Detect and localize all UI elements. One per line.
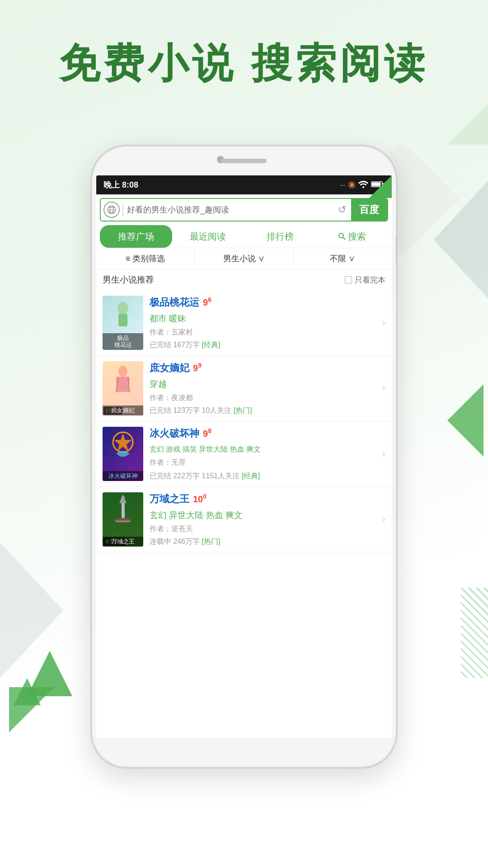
signal-icon: ··· — [340, 181, 345, 189]
page-title: 免费小说 搜索阅读 — [0, 36, 488, 91]
status-time: 晚上 8:08 — [103, 179, 138, 190]
book-genre-3: 玄幻 游戏 搞笑 异世大陆 热血 爽文 — [150, 445, 385, 454]
book-genre-2: 穿越 — [150, 378, 385, 390]
book-item-1[interactable]: 极品桃花运 极品桃花运 96 都市 暖昧 作者：五家村 — [96, 290, 392, 356]
section-title: 男生小说推荐 — [103, 274, 154, 286]
book-info-2: 庶女嫡妃 99 穿越 作者：夜凌都 已完结 123万字 10人关注 [热门] — [150, 361, 385, 415]
book-cover-3: 冰火破坏神 — [103, 427, 143, 481]
filter-limit[interactable]: 不限 ∨ — [294, 248, 392, 269]
filter-bar: ≡ 类别筛选 男生小说 ∨ 不限 ∨ — [96, 248, 392, 269]
book-title-4: 万域之王 — [150, 492, 189, 506]
book-genre-1: 都市 暖昧 — [150, 313, 385, 325]
tab-ranking-label: 排行榜 — [267, 231, 294, 243]
book-meta-2: 作者：夜凌都 — [150, 393, 385, 403]
book-cover-text-3: 冰火破坏神 — [103, 471, 143, 481]
book-rating-4: 100 — [193, 493, 206, 505]
book-stats-1: 已完结 167万字 [经典] — [150, 340, 385, 350]
only-complete-checkbox[interactable] — [345, 276, 352, 283]
search-text: 好看的男生小说推荐_趣阅读 — [127, 204, 333, 215]
phone-button — [396, 236, 398, 264]
book-title-2: 庶女嫡妃 — [150, 361, 189, 375]
section-header: 男生小说推荐 只看完本 — [96, 269, 392, 290]
tab-recommended[interactable]: 推荐广场 — [100, 225, 172, 248]
book-stats-3: 已完结 222万字 1151人关注 [经典] — [150, 472, 385, 481]
wifi-icon — [358, 181, 368, 189]
svg-marker-21 — [119, 494, 127, 503]
status-bar: 晚上 8:08 ··· 🔕 — [96, 175, 392, 194]
globe-icon — [103, 202, 120, 218]
book-info-3: 冰火破坏神 98 玄幻 游戏 搞笑 异世大陆 热血 爽文 作者：无罪 已完结 2… — [150, 427, 385, 481]
filter-type[interactable]: 男生小说 ∨ — [195, 248, 293, 269]
book-item-2[interactable]: 17K📚 庶女嫡妃 庶女嫡妃 99 穿越 作者：夜凌都 — [96, 356, 392, 421]
mute-icon: 🔕 — [348, 181, 356, 189]
phone-screen: 晚上 8:08 ··· 🔕 — [96, 175, 392, 738]
filter-category[interactable]: ≡ 类别筛选 — [96, 248, 195, 269]
only-complete-toggle[interactable]: 只看完本 — [345, 275, 385, 285]
book-info-1: 极品桃花运 96 都市 暖昧 作者：五家村 已完结 167万字 [经典] — [150, 296, 385, 350]
filter-limit-label: 不限 ∨ — [330, 253, 355, 264]
svg-point-17 — [118, 366, 127, 377]
svg-rect-16 — [118, 314, 127, 326]
tab-search-label: 搜索 — [348, 231, 366, 243]
book-genre-4: 玄幻 异世大陆 热血 爽文 — [150, 509, 385, 521]
phone-mockup: 晚上 8:08 ··· 🔕 — [90, 145, 398, 769]
filter-category-label: ≡ 类别筛选 — [126, 253, 165, 264]
book-cover-text-2: 庶女嫡妃 — [103, 406, 143, 415]
only-complete-label: 只看完本 — [355, 275, 385, 285]
book-cover-2: 17K📚 庶女嫡妃 — [103, 361, 143, 415]
phone-speaker — [221, 159, 267, 163]
svg-point-15 — [117, 302, 128, 315]
book-arrow-3: › — [382, 448, 385, 460]
book-arrow-4: › — [382, 514, 385, 525]
book-stats-4: 连载中 246万字 [热门] — [150, 537, 385, 547]
nav-tabs: 推荐广场 最近阅读 排行榜 搜索 — [96, 225, 392, 248]
filter-type-label: 男生小说 ∨ — [223, 253, 265, 264]
book-cover-text-1: 极品桃花运 — [103, 333, 143, 350]
book-cover-text-4: 万域之王 — [103, 537, 143, 547]
book-rating-1: 96 — [203, 296, 211, 308]
book-rating-3: 98 — [203, 427, 211, 439]
book-list: 极品桃花运 极品桃花运 96 都市 暖昧 作者：五家村 — [96, 290, 392, 552]
phone-outer: 晚上 8:08 ··· 🔕 — [90, 145, 398, 769]
tab-recent[interactable]: 最近阅读 — [172, 225, 244, 248]
book-stats-2: 已完结 123万字 10人关注 [热门] — [150, 406, 385, 415]
book-item-4[interactable]: 逆苍天 ★ 万域之王 万域之王 100 玄幻 异世大陆 热血 爽文 作者：逆苍天 — [96, 487, 392, 552]
book-cover-1: 极品桃花运 — [103, 296, 143, 350]
refresh-button[interactable]: ↺ — [333, 201, 351, 219]
svg-marker-2 — [447, 384, 483, 457]
book-meta-1: 作者：五家村 — [150, 328, 385, 337]
book-arrow-2: › — [382, 382, 385, 394]
tab-recommended-label: 推荐广场 — [118, 231, 154, 243]
book-info-4: 万域之王 100 玄幻 异世大陆 热血 爽文 作者：逆苍天 连载中 246万字 … — [150, 492, 385, 547]
svg-point-4 — [362, 186, 364, 188]
book-arrow-1: › — [382, 317, 385, 329]
tab-search[interactable]: 搜索 — [316, 225, 389, 248]
search-divider — [122, 203, 123, 217]
bg-svg-right — [434, 181, 488, 298]
green-triangle-left — [27, 651, 72, 696]
book-meta-4: 作者：逆苍天 — [150, 524, 385, 534]
svg-line-14 — [343, 237, 345, 240]
book-rating-2: 99 — [193, 362, 202, 373]
svg-marker-19 — [114, 433, 132, 451]
search-icon — [338, 232, 346, 241]
book-item-3[interactable]: 冰火破坏神 冰火破坏神 98 玄幻 游戏 搞笑 异世大陆 热血 爽文 作者：无罪 — [96, 421, 392, 487]
phone-accent — [369, 175, 392, 198]
bg-decoration-1 — [447, 90, 488, 145]
book-cover-4: 逆苍天 ★ 万域之王 — [103, 492, 143, 547]
tab-recent-label: 最近阅读 — [190, 231, 226, 243]
svg-marker-3 — [27, 651, 72, 696]
svg-point-13 — [339, 233, 343, 238]
tab-ranking[interactable]: 排行榜 — [244, 225, 316, 248]
search-bar[interactable]: 好看的男生小说推荐_趣阅读 ↺ 百度 — [100, 198, 388, 222]
baidu-button[interactable]: 百度 — [351, 199, 387, 221]
green-triangle-right — [447, 384, 483, 457]
book-meta-3: 作者：无罪 — [150, 458, 385, 467]
svg-point-22 — [115, 518, 131, 523]
book-title-1: 极品桃花运 — [150, 296, 199, 309]
book-title-3: 冰火破坏神 — [150, 427, 199, 440]
bg-decoration-4 — [461, 588, 488, 678]
svg-marker-0 — [434, 181, 488, 298]
